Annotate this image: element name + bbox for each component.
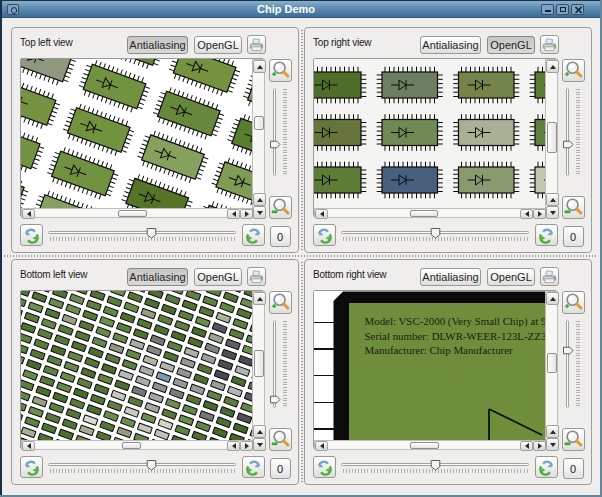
svg-text:Serial number: DLWR-WEER-123L-: Serial number: DLWR-WEER-123L-ZZ333: [365, 330, 546, 342]
svg-text:Manufacturer: Chip Manufacture: Manufacturer: Chip Manufacturer: [365, 344, 514, 356]
svg-text:Model: VSC-2000 (Very Small Ch: Model: VSC-2000 (Very Small Chip) at 9: [365, 315, 546, 328]
